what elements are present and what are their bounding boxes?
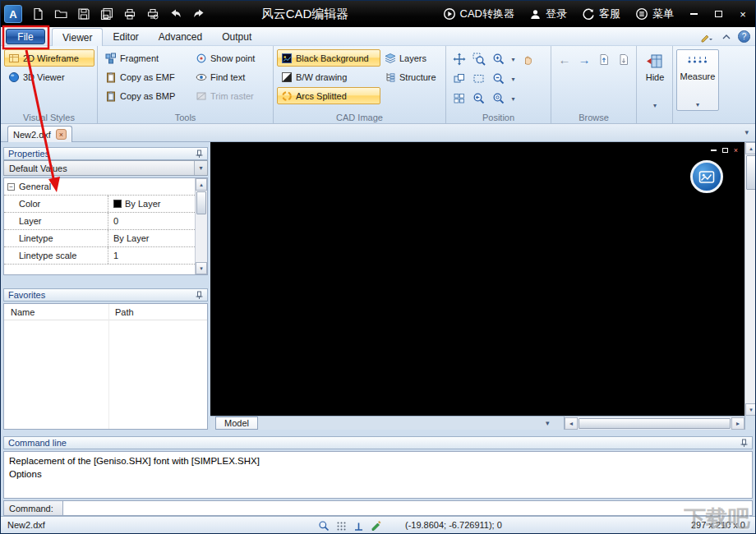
- tab-editor[interactable]: Editor: [103, 28, 148, 46]
- canvas-restore-icon[interactable]: [722, 148, 728, 153]
- command-line-pin-icon[interactable]: [738, 439, 748, 448]
- selection-rect-icon[interactable]: [469, 70, 489, 89]
- general-group-row[interactable]: − General: [4, 178, 195, 196]
- menu-button[interactable]: 菜单: [628, 1, 681, 27]
- scroll-thumb[interactable]: [196, 191, 206, 214]
- drawing-canvas[interactable]: × Model ▾ ◂ ▸: [210, 142, 744, 430]
- properties-pin-icon[interactable]: [193, 150, 203, 159]
- show-point-button[interactable]: Show point: [191, 49, 270, 67]
- model-tab[interactable]: Model: [215, 417, 258, 430]
- login-button[interactable]: 登录: [522, 1, 574, 27]
- scroll-up-icon[interactable]: ▴: [196, 178, 207, 191]
- layout-chevron-icon[interactable]: ▾: [546, 419, 550, 427]
- properties-grid: − General Color By Layer Layer 0 Linetyp…: [3, 177, 208, 275]
- zoom-in-dropdown[interactable]: ▾: [509, 56, 518, 63]
- fragment-button[interactable]: Fragment: [101, 49, 191, 67]
- command-history-line: Replacement of the [Geniso.SHX] font wit…: [9, 454, 747, 467]
- minimize-ribbon-chevron-icon[interactable]: [722, 34, 731, 40]
- zoom-out-icon[interactable]: [489, 70, 509, 89]
- structure-button[interactable]: Structure: [380, 68, 441, 85]
- copy-as-bmp-button[interactable]: Copy as BMP: [101, 87, 191, 104]
- vertical-scrollbar[interactable]: ▴ ▾: [744, 142, 756, 416]
- canvas-close-icon[interactable]: ×: [734, 146, 738, 154]
- print-icon[interactable]: [119, 4, 141, 24]
- print-preview-icon[interactable]: [142, 4, 164, 24]
- collapse-expander-icon[interactable]: −: [7, 183, 15, 191]
- arcs-splitted-button[interactable]: Arcs Splitted: [277, 87, 380, 104]
- zoom-extents-dropdown[interactable]: ▾: [509, 95, 518, 103]
- property-value-linetype[interactable]: By Layer: [108, 230, 195, 246]
- default-values-dropdown[interactable]: Default Values ▾: [3, 160, 208, 176]
- tab-viewer[interactable]: Viewer: [52, 28, 103, 46]
- app-logo-icon[interactable]: A: [4, 5, 22, 23]
- wireframe-2d-button[interactable]: 2D Wireframe: [4, 49, 94, 67]
- save-icon[interactable]: [73, 4, 94, 24]
- favorites-pin-icon[interactable]: [193, 291, 203, 300]
- black-background-button[interactable]: Black Background: [277, 49, 380, 67]
- copy-as-emf-button[interactable]: Copy as EMF: [101, 68, 191, 85]
- previous-view-icon[interactable]: [449, 70, 469, 89]
- pan-arrows-icon[interactable]: [449, 50, 469, 69]
- find-text-button[interactable]: Find text: [191, 68, 270, 85]
- maximize-button[interactable]: [706, 1, 731, 27]
- pan-hand-icon[interactable]: [518, 50, 537, 69]
- minimize-button[interactable]: [681, 1, 706, 27]
- layers-button[interactable]: Layers: [380, 49, 441, 67]
- viewer-3d-button[interactable]: 3D Viewer: [4, 68, 94, 85]
- canvas-minimize-icon[interactable]: [711, 150, 717, 151]
- vscroll-down-icon[interactable]: ▾: [745, 403, 756, 416]
- document-bar-chevron-icon[interactable]: ▾: [744, 128, 749, 136]
- property-value-color[interactable]: By Layer: [108, 196, 195, 212]
- cad-converter-button[interactable]: CAD转换器: [436, 1, 522, 27]
- command-input[interactable]: [63, 501, 752, 515]
- property-value-layer[interactable]: 0: [108, 213, 195, 229]
- hscroll-left-icon[interactable]: ◂: [565, 417, 578, 430]
- customize-pencil-icon[interactable]: [700, 31, 715, 43]
- scroll-down-icon[interactable]: ▾: [196, 262, 207, 274]
- open-folder-icon[interactable]: [50, 4, 71, 24]
- zoom-extents-icon[interactable]: [489, 90, 509, 108]
- hide-dropdown[interactable]: ▾: [651, 102, 660, 109]
- new-document-icon[interactable]: [27, 4, 48, 24]
- page-next-icon[interactable]: [614, 50, 634, 69]
- tab-advanced[interactable]: Advanced: [149, 28, 212, 46]
- vscroll-thumb[interactable]: [746, 155, 756, 190]
- property-value-linetype-scale[interactable]: 1: [108, 247, 195, 264]
- hide-button[interactable]: Hide ▾: [640, 49, 670, 111]
- close-button[interactable]: ×: [731, 1, 755, 27]
- document-tab-close-icon[interactable]: ×: [56, 129, 67, 140]
- status-grid-snap-icon[interactable]: [336, 521, 347, 532]
- hscroll-right-icon[interactable]: ▸: [731, 417, 744, 430]
- properties-scrollbar[interactable]: ▴ ▾: [195, 178, 207, 274]
- favorites-path-column[interactable]: Path: [108, 307, 134, 317]
- page-previous-icon[interactable]: [594, 50, 614, 69]
- horizontal-scrollbar[interactable]: ◂ ▸: [564, 416, 744, 430]
- bw-drawing-button[interactable]: B/W drawing: [277, 68, 380, 85]
- zoom-in-icon[interactable]: [489, 50, 509, 69]
- browse-forward-icon[interactable]: →: [574, 50, 594, 69]
- help-button[interactable]: ?: [738, 30, 750, 43]
- tab-output[interactable]: Output: [212, 28, 261, 46]
- file-menu-button[interactable]: File: [6, 29, 45, 44]
- measure-button[interactable]: Measure ▾: [676, 49, 719, 111]
- viewports-icon[interactable]: [449, 90, 469, 108]
- zoom-previous-icon[interactable]: [469, 90, 489, 108]
- undo-icon[interactable]: [165, 4, 187, 24]
- status-magnifier-icon[interactable]: [318, 520, 330, 532]
- save-all-icon[interactable]: [96, 4, 118, 24]
- vscroll-up-icon[interactable]: ▴: [745, 142, 756, 154]
- hscroll-thumb[interactable]: [579, 418, 731, 429]
- favorites-name-column[interactable]: Name: [4, 307, 108, 317]
- status-osnap-pen-icon[interactable]: [371, 520, 382, 532]
- browse-back-icon[interactable]: ←: [555, 50, 574, 69]
- measure-dropdown[interactable]: ▾: [694, 101, 703, 108]
- cad-image-badge[interactable]: [690, 160, 723, 193]
- status-ortho-icon[interactable]: [353, 521, 364, 532]
- zoom-out-dropdown[interactable]: ▾: [509, 76, 518, 83]
- document-tab[interactable]: New2.dxf ×: [7, 126, 72, 142]
- status-coordinates: (-19.8604; -6.726911); 0: [405, 520, 502, 530]
- support-button[interactable]: 客服: [574, 1, 628, 27]
- zoom-window-icon[interactable]: [469, 50, 489, 69]
- default-values-arrow-icon[interactable]: ▾: [194, 161, 207, 175]
- command-history[interactable]: Replacement of the [Geniso.SHX] font wit…: [3, 451, 753, 499]
